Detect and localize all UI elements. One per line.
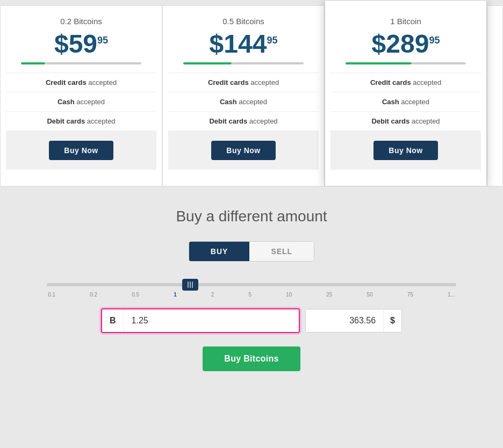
feature-credit-02: Credit cards accepted <box>6 73 156 92</box>
bitcoin-symbol: B <box>102 309 124 332</box>
buy-now-button-02[interactable]: Buy Now <box>49 141 113 160</box>
input-section: B $ <box>47 308 456 333</box>
price-bar-green-05 <box>183 62 232 64</box>
price-bar-gray-02 <box>45 62 141 64</box>
feature-cash-02: Cash accepted <box>6 92 156 112</box>
usd-input[interactable] <box>306 309 383 332</box>
usd-input-wrapper: $ <box>305 309 402 333</box>
price-bar-gray-05 <box>232 62 304 64</box>
card-price-1: $28995 <box>330 31 481 57</box>
slider-container: 0.1 0.2 0.5 1 2 5 10 25 50 75 1... <box>47 283 456 298</box>
price-card-05: 0.5 Bitcoins $14495 Credit cards accepte… <box>162 5 325 186</box>
card-footer-05: Buy Now <box>168 131 319 170</box>
price-card-1: 1 Bitcoin $28995 Credit cards accepted C… <box>325 0 487 186</box>
buy-bitcoins-button[interactable]: Buy Bitcoins <box>203 346 300 371</box>
price-card-02: 0.2 Bitcoins $5995 Credit cards accepted… <box>0 5 162 186</box>
section-title: Buy a different amount <box>11 208 492 225</box>
price-bar-green-1 <box>346 62 412 64</box>
usd-symbol: $ <box>383 309 401 332</box>
card-footer-02: Buy Now <box>6 131 156 170</box>
price-bar-1 <box>346 62 466 64</box>
buy-different-section: Buy a different amount BUY SELL 0.1 0.2 … <box>0 186 503 387</box>
slider-label-2: 2 <box>211 292 214 298</box>
slider-label-100: 1... <box>448 292 455 298</box>
feature-debit-02: Debit cards accepted <box>6 112 156 131</box>
price-bar-gray-1 <box>412 62 466 64</box>
slider-label-02: 0.2 <box>90 292 97 298</box>
card-features-1: Credit cards accepted Cash accepted Debi… <box>330 73 481 131</box>
buy-sell-toggle: BUY SELL <box>189 241 314 262</box>
feature-debit-05: Debit cards accepted <box>168 112 319 131</box>
slider-labels: 0.1 0.2 0.5 1 2 5 10 25 50 75 1... <box>47 292 456 298</box>
feature-cash-05: Cash accepted <box>168 92 319 112</box>
pricing-section: 0.2 Bitcoins $5995 Credit cards accepted… <box>0 0 503 186</box>
slider-label-1: 1 <box>174 292 177 298</box>
buy-now-button-05[interactable]: Buy Now <box>211 141 275 160</box>
slider-label-01: 0.1 <box>48 292 55 298</box>
card-price-05: $14495 <box>168 31 319 57</box>
price-card-partial <box>487 5 503 186</box>
slider-label-75: 75 <box>407 292 413 298</box>
card-price-02: $5995 <box>6 31 156 57</box>
slider-label-5: 5 <box>248 292 252 298</box>
bitcoin-input[interactable] <box>124 309 299 332</box>
price-bar-02 <box>21 62 141 64</box>
slider-track[interactable] <box>47 283 456 286</box>
buy-now-button-1[interactable]: Buy Now <box>373 141 437 160</box>
feature-credit-05: Credit cards accepted <box>168 73 319 92</box>
slider-thumb-line-3 <box>192 281 193 288</box>
slider-label-50: 50 <box>367 292 372 298</box>
feature-debit-1: Debit cards accepted <box>330 112 481 131</box>
slider-thumb[interactable] <box>182 279 198 291</box>
slider-label-25: 25 <box>326 292 332 298</box>
card-title-05: 0.5 Bitcoins <box>168 17 319 26</box>
slider-label-10: 10 <box>286 292 292 298</box>
card-title-02: 0.2 Bitcoins <box>6 17 156 26</box>
price-bar-green-02 <box>21 62 45 64</box>
card-features-02: Credit cards accepted Cash accepted Debi… <box>6 73 156 131</box>
cards-container: 0.2 Bitcoins $5995 Credit cards accepted… <box>0 5 503 186</box>
sell-toggle-button[interactable]: SELL <box>249 242 314 261</box>
slider-label-05: 0.5 <box>132 292 139 298</box>
card-footer-1: Buy Now <box>330 131 481 170</box>
slider-thumb-line-2 <box>190 281 191 288</box>
slider-thumb-line-1 <box>188 281 189 288</box>
card-features-05: Credit cards accepted Cash accepted Debi… <box>168 73 319 131</box>
slider-fill <box>47 283 194 286</box>
feature-cash-1: Cash accepted <box>330 92 481 112</box>
bitcoin-input-wrapper: B <box>101 308 300 333</box>
feature-credit-1: Credit cards accepted <box>330 73 481 92</box>
card-title-1: 1 Bitcoin <box>330 17 481 26</box>
buy-toggle-button[interactable]: BUY <box>189 242 250 261</box>
price-bar-05 <box>183 62 304 64</box>
